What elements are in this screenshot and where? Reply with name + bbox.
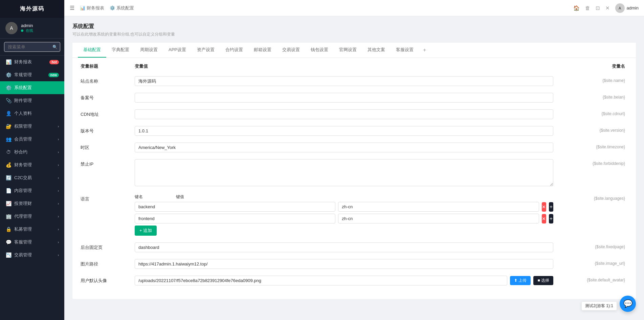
sidebar-item-profile[interactable]: 👤 个人资料 [0,107,64,120]
lang-key-backend[interactable] [135,202,335,212]
sidebar-item-permission[interactable]: 🔐 权限管理 › [0,120,64,133]
input-cdn[interactable] [135,109,553,119]
input-forbiddenip[interactable] [135,159,553,186]
page-title: 系统配置 [72,23,636,30]
value-cdn [135,109,553,119]
column-headers: 变量标题 变量值 变量名 [72,58,636,69]
tab-official[interactable]: 官网设置 [334,43,362,58]
tab-customer[interactable]: 客服设置 [391,43,419,58]
topbar-right: 🏠 🗑 ⊡ ✕ A admin [573,3,639,13]
config-panel: 基础配置 字典配置 周期设置 APP设置 资产设置 合约设置 邮箱设置 交易设置… [72,43,636,299]
permission-icon: 🔐 [5,124,12,129]
sidebar-item-investment[interactable]: 📈 投资理财 › [0,197,64,210]
username: admin [21,23,33,28]
varname-cdn: {$site.cdnurl} [553,109,628,116]
label-cdn: CDN地址 [81,109,135,118]
home-icon[interactable]: 🏠 [573,5,580,11]
lang-add-button[interactable]: + 追加 [135,226,157,236]
lang-delete-frontend[interactable]: ✕ [542,214,546,223]
tab-trade[interactable]: 交易设置 [277,43,305,58]
trade-arrow: › [58,253,59,257]
sidebar-item-futures[interactable]: ⏱ 秒合约 › [0,146,64,158]
private-icon: 🔒 [5,227,12,232]
close-icon[interactable]: ✕ [605,5,610,11]
sidebar-item-finance-mgmt[interactable]: 💰 财务管理 › [0,158,64,171]
topbar: ☰ 📊 财务报表 ⚙️ 系统配置 🏠 🗑 ⊡ ✕ A adm [64,0,644,16]
trash-icon[interactable]: 🗑 [585,5,590,11]
tabs-container: 基础配置 字典配置 周期设置 APP设置 资产设置 合约设置 邮箱设置 交易设置… [72,43,636,58]
sidebar-item-agent[interactable]: 🏢 代理管理 › [0,210,64,223]
main: ☰ 📊 财务报表 ⚙️ 系统配置 🏠 🗑 ⊡ ✕ A adm [64,0,644,320]
sidebar-item-customer-service[interactable]: 💬 客服管理 › [0,236,64,249]
label-forbiddenip: 禁止IP [81,159,135,167]
futures-icon: ⏱ [5,149,12,155]
row-timezone: 时区 {$site.timezone} [81,143,628,152]
lang-section: 键名 键值 ✕ + [135,194,553,236]
topbar-config-icon: ⚙️ [110,5,115,10]
investment-arrow: › [58,202,59,206]
search-icon: 🔍 [52,45,58,49]
search-input[interactable] [4,42,60,52]
c2c-icon: 🔄 [5,175,12,180]
input-image-url[interactable] [135,259,553,269]
sidebar-item-financial-report[interactable]: 📊 财务报表 hot [0,56,64,68]
chat-bubble[interactable]: 💬 [620,296,636,312]
lang-val-frontend[interactable] [338,214,539,223]
row-beian: 备案号 {$site.beian} [81,93,628,103]
tab-email[interactable]: 邮箱设置 [248,43,277,58]
tab-app[interactable]: APP设置 [163,43,192,58]
lang-delete-backend[interactable]: ✕ [542,202,546,212]
upload-row: ⬆ 上传 ■ 选择 [135,276,553,285]
input-fixed-page[interactable] [135,242,553,252]
tab-asset[interactable]: 资产设置 [192,43,220,58]
tab-wallet[interactable]: 钱包设置 [305,43,334,58]
tab-period[interactable]: 周期设置 [135,43,163,58]
finance-arrow: › [58,163,59,167]
tab-add-button[interactable]: + [420,44,429,56]
varname-language: {$site.languages} [553,194,628,201]
lang-key-frontend[interactable] [135,214,335,223]
admin-avatar: A [615,3,625,13]
expand-icon[interactable]: ⊡ [596,5,600,11]
lang-col-val-header: 键值 [176,194,184,200]
trade-icon: 📉 [5,252,12,258]
tab-dict[interactable]: 字典配置 [106,43,135,58]
lang-add-row-frontend[interactable]: + [549,214,553,223]
tab-other[interactable]: 其他文案 [362,43,391,58]
form-area: 站点名称 {$site.name} 备案号 {$site.beian} [72,69,636,299]
lang-col-key-header: 键名 [135,194,172,200]
avatar: A [5,22,18,34]
topbar-system-config[interactable]: ⚙️ 系统配置 [110,5,134,11]
sidebar-item-trade[interactable]: 📉 交易管理 › [0,249,64,261]
input-site-name[interactable] [135,76,553,86]
sidebar-item-general-management[interactable]: ⚙️ 常规管理 new [0,68,64,81]
lang-row-backend: ✕ + [135,202,553,212]
label-fixed-page: 后台固定页 [81,242,135,251]
sidebar-item-member[interactable]: 👥 会员管理 › [0,133,64,146]
input-default-avatar[interactable] [135,276,507,285]
sidebar-item-c2c[interactable]: 🔄 C2C交易 › [0,171,64,184]
c2c-arrow: › [58,176,59,180]
tab-basic[interactable]: 基础配置 [78,43,106,58]
sidebar-item-attachment[interactable]: 📎 附件管理 [0,94,64,107]
topbar-financial-report[interactable]: 📊 财务报表 [80,5,104,11]
sidebar-item-private[interactable]: 🔒 私募管理 › [0,223,64,236]
lang-add-row-backend[interactable]: + [549,202,553,212]
sidebar-item-system-config[interactable]: ⚙️ 系统配置 [0,81,64,94]
label-beian: 备案号 [81,93,135,101]
input-beian[interactable] [135,93,553,103]
tab-contract[interactable]: 合约设置 [220,43,248,58]
upload-button[interactable]: ⬆ 上传 [510,276,531,285]
menu-toggle-icon[interactable]: ☰ [70,5,74,11]
select-button[interactable]: ■ 选择 [533,276,553,285]
sidebar-item-content[interactable]: 📄 内容管理 › [0,184,64,197]
lang-val-backend[interactable] [338,202,539,212]
attachment-icon: 📎 [5,98,12,103]
sidebar-user: A admin 在线 [0,18,64,39]
input-version[interactable] [135,126,553,136]
member-arrow: › [58,137,59,141]
value-image-url [135,259,553,269]
varname-default-avatar: {$site.default_avatar} [553,276,628,282]
input-timezone[interactable] [135,143,553,152]
value-language: 键名 键值 ✕ + [135,194,553,236]
